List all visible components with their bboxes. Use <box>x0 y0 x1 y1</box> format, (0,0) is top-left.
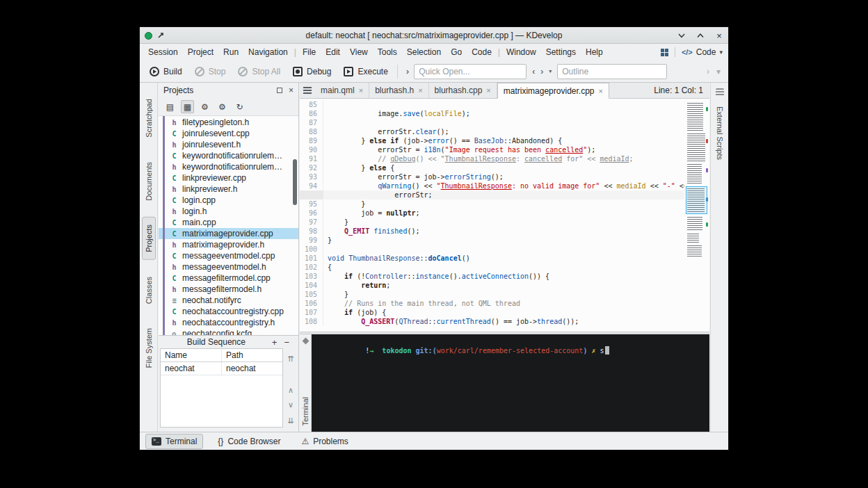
tree-item[interactable]: Cmessagefiltermodel.cpp <box>159 273 298 284</box>
close-button[interactable]: × <box>714 31 724 40</box>
editor-tab-main-qml[interactable]: main.qml× <box>315 83 369 98</box>
projects-scrollbar[interactable] <box>293 159 297 205</box>
tree-item[interactable]: hmessagefiltermodel.h <box>159 284 298 295</box>
menu-project[interactable]: Project <box>183 45 218 59</box>
minimap-viewport[interactable] <box>686 186 707 214</box>
terminal-output[interactable]: !→ tokodon git:(work/carl/remember-selec… <box>312 334 709 432</box>
code-line[interactable]: 99} <box>300 236 684 245</box>
tree-item[interactable]: ≡neochat.notifyrc <box>159 295 298 306</box>
code-line[interactable]: 87 <box>300 118 684 127</box>
move-down-button[interactable]: ∨ <box>288 401 294 409</box>
tab-close-icon[interactable]: × <box>486 86 490 95</box>
code-line[interactable]: 105 } <box>300 290 684 299</box>
dock-tab-projects[interactable]: Projects <box>142 217 156 260</box>
code-line[interactable]: errorStr; <box>300 190 684 200</box>
tree-item[interactable]: Cmatriximageprovider.cpp <box>159 228 298 239</box>
tree-item[interactable]: hmatriximageprovider.h <box>159 239 298 250</box>
table-row[interactable]: neochatneochat <box>161 362 282 375</box>
tree-item[interactable]: hneochataccountregistry.h <box>159 317 298 328</box>
back-button[interactable]: ‹ <box>529 67 538 76</box>
quick-open-input[interactable] <box>414 64 527 79</box>
tab-close-icon[interactable]: × <box>599 87 603 95</box>
code-line[interactable]: 101void ThumbnailResponse::doCancel() <box>300 254 684 263</box>
editor-tab-blurhash-h[interactable]: blurhash.h× <box>369 83 428 98</box>
session-grid-icon[interactable] <box>661 49 668 56</box>
code-line[interactable]: 102{ <box>300 263 684 272</box>
menu-navigation[interactable]: Navigation <box>243 45 293 59</box>
tree-item[interactable]: Clogin.cpp <box>159 195 298 206</box>
move-up-button[interactable]: ∧ <box>288 387 294 394</box>
nav-dropdown-icon[interactable]: ▾ <box>546 68 554 74</box>
code-line[interactable]: 103 if (!Controller::instance().activeCo… <box>300 272 684 281</box>
statusbar-tab-terminal[interactable]: Terminal <box>145 434 203 449</box>
code-editor[interactable]: 8586 image.save(localFile);8788 errorStr… <box>300 99 709 332</box>
tab-close-icon[interactable]: × <box>418 86 422 95</box>
outline-input[interactable] <box>557 64 667 79</box>
menu-selection[interactable]: Selection <box>402 45 446 59</box>
forward-button[interactable]: › <box>538 67 546 76</box>
code-line[interactable]: 97 } <box>300 218 684 227</box>
menu-file[interactable]: File <box>298 45 321 59</box>
tree-item[interactable]: hfiletypesingleton.h <box>159 117 298 128</box>
project-settings-button[interactable]: ⚙ <box>216 100 229 113</box>
menu-session[interactable]: Session <box>143 45 183 59</box>
code-line[interactable]: 107 if (job) { <box>300 308 684 317</box>
move-bottom-button[interactable]: ⇊ <box>287 417 294 425</box>
toolbar-next-button[interactable]: › <box>703 67 713 76</box>
code-line[interactable]: 86 image.save(localFile); <box>300 109 684 118</box>
maximize-button[interactable] <box>696 31 705 40</box>
close-panel-icon[interactable]: × <box>289 86 294 95</box>
menu-edit[interactable]: Edit <box>321 45 345 59</box>
dock-tab-file-system[interactable]: File System <box>142 320 156 375</box>
toolbar-overflow-button[interactable]: › <box>401 66 414 76</box>
code-line[interactable]: 94 qWarning() << "ThumbnailResponse: no … <box>300 181 684 190</box>
dock-tab-documents[interactable]: Documents <box>142 154 156 209</box>
tree-item[interactable]: ⚙neochatconfig.kcfg <box>159 328 298 335</box>
code-line[interactable]: 85 <box>300 100 684 109</box>
code-line[interactable]: 108 Q_ASSERT(QThread::currentThread() ==… <box>300 317 684 326</box>
code-line[interactable]: 96 job = nullptr; <box>300 209 684 218</box>
code-line[interactable]: 91 // qDebug() << "ThumbnailResponse: ca… <box>300 154 684 163</box>
code-line[interactable]: 88 errorStr.clear(); <box>300 127 684 136</box>
code-line[interactable]: 100 <box>300 245 684 254</box>
remove-build-item-button[interactable]: − <box>280 337 293 348</box>
titlebar[interactable]: default: neochat [ neochat:src/matrixima… <box>140 27 728 44</box>
float-panel-icon[interactable] <box>277 88 282 93</box>
menu-run[interactable]: Run <box>218 45 243 59</box>
code-line[interactable]: 95 } <box>300 200 684 209</box>
dock-tab-external-scripts[interactable]: External Scripts <box>714 101 726 165</box>
code-line[interactable]: 106 // Runs in the main thread, not QML … <box>300 299 684 308</box>
editor-tab-blurhash-cpp[interactable]: blurhash.cpp× <box>429 83 497 98</box>
dock-tab-classes[interactable]: Classes <box>142 269 156 311</box>
debug-button[interactable]: Debug <box>287 64 337 79</box>
code-line[interactable]: 90 errorStr = i18n("Image request has be… <box>300 145 684 154</box>
toolbar-dropdown-icon[interactable]: ▾ <box>713 67 724 76</box>
dock-tab-scratchpad[interactable]: Scratchpad <box>142 91 156 145</box>
targets-view-button[interactable]: ▦ <box>181 100 194 113</box>
terminal-panel-icon[interactable] <box>302 338 309 345</box>
code-line[interactable]: 92 } else { <box>300 163 684 172</box>
menu-code[interactable]: Code <box>467 45 497 59</box>
tree-item[interactable]: hlogin.h <box>159 206 298 217</box>
statusbar-tab-code-browser[interactable]: {}Code Browser <box>211 434 287 449</box>
menu-settings[interactable]: Settings <box>541 45 581 59</box>
build-button[interactable]: Build <box>144 64 188 79</box>
menu-tools[interactable]: Tools <box>373 45 402 59</box>
tree-item[interactable]: hmessageeventmodel.h <box>159 261 298 273</box>
tree-item[interactable]: Cjoinrulesevent.cpp <box>159 128 298 139</box>
menu-view[interactable]: View <box>345 45 373 59</box>
tree-item[interactable]: hkeywordnotificationrulem… <box>159 161 298 172</box>
code-line[interactable]: 98 Q_EMIT finished(); <box>300 227 684 236</box>
tree-item[interactable]: Clinkpreviewer.cpp <box>159 172 298 184</box>
project-filter-button[interactable]: ▤ <box>163 100 177 113</box>
code-line[interactable]: 93 errorStr = job->errorString(); <box>300 172 684 181</box>
code-line[interactable]: 104 return; <box>300 281 684 290</box>
code-line[interactable]: 89 } else if (job->error() == BaseJob::A… <box>300 136 684 145</box>
document-list-icon[interactable] <box>300 83 315 98</box>
tree-item[interactable]: Ckeywordnotificationrulem… <box>159 150 298 161</box>
reload-project-button[interactable]: ↻ <box>233 100 246 113</box>
menu-window[interactable]: Window <box>501 45 541 59</box>
code-selector[interactable]: </> Code ▾ <box>682 47 723 57</box>
tree-item[interactable]: hlinkpreviewer.h <box>159 184 298 195</box>
tree-item[interactable]: hjoinrulesevent.h <box>159 139 298 150</box>
